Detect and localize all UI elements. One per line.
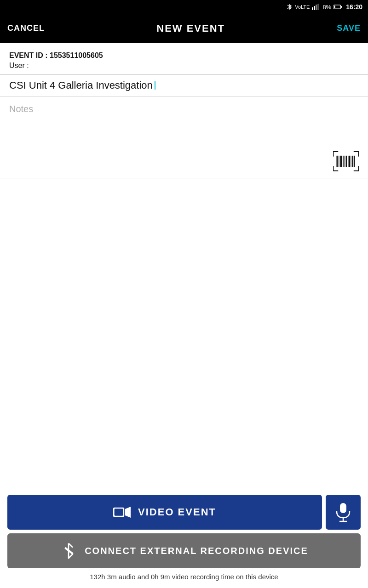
svg-rect-8 bbox=[339, 156, 339, 167]
save-button[interactable]: SAVE bbox=[337, 23, 361, 33]
svg-rect-15 bbox=[351, 156, 351, 167]
svg-rect-2 bbox=[316, 5, 317, 10]
connect-external-button[interactable]: CONNECT EXTERNAL RECORDING DEVICE bbox=[7, 533, 361, 568]
nav-bar: CANCEL NEW EVENT SAVE bbox=[0, 14, 368, 43]
svg-rect-21 bbox=[340, 503, 346, 513]
svg-rect-9 bbox=[340, 156, 342, 167]
microphone-button[interactable] bbox=[326, 495, 361, 530]
event-id-number: 1553511005605 bbox=[50, 51, 103, 59]
status-bar: VoLTE 8% 16:20 bbox=[0, 0, 368, 14]
svg-rect-13 bbox=[348, 156, 348, 167]
camera-icon bbox=[113, 506, 131, 519]
storage-info: 132h 3m audio and 0h 9m video recording … bbox=[7, 571, 361, 584]
svg-line-24 bbox=[69, 543, 73, 548]
video-row: VIDEO EVENT bbox=[7, 495, 361, 530]
notes-placeholder: Notes bbox=[9, 104, 359, 114]
bluetooth-connect-icon bbox=[62, 543, 75, 559]
bottom-actions: VIDEO EVENT CONNECT EXTERNAL RECORDING D… bbox=[0, 495, 368, 588]
signal-icon bbox=[312, 4, 320, 10]
svg-rect-12 bbox=[346, 156, 347, 167]
svg-rect-11 bbox=[345, 156, 345, 167]
video-event-label: VIDEO EVENT bbox=[138, 506, 216, 518]
bluetooth-icon bbox=[286, 3, 293, 11]
svg-rect-16 bbox=[352, 156, 353, 167]
svg-rect-14 bbox=[349, 156, 350, 167]
event-id-line: EVENT ID : 1553511005605 bbox=[9, 51, 359, 60]
event-id-label: EVENT ID : bbox=[9, 51, 48, 59]
status-icons: VoLTE 8% 16:20 bbox=[286, 3, 362, 11]
title-input-wrapper[interactable]: CSI Unit 4 Galleria Investigation bbox=[0, 75, 368, 96]
svg-rect-1 bbox=[314, 6, 315, 10]
svg-rect-10 bbox=[343, 156, 344, 167]
connect-label: CONNECT EXTERNAL RECORDING DEVICE bbox=[85, 546, 308, 556]
battery-icon bbox=[334, 4, 342, 10]
svg-rect-3 bbox=[317, 4, 319, 10]
video-event-button[interactable]: VIDEO EVENT bbox=[7, 495, 322, 530]
text-cursor bbox=[153, 81, 155, 90]
title-text: CSI Unit 4 Galleria Investigation bbox=[9, 79, 153, 91]
microphone-icon bbox=[335, 502, 351, 522]
content-spacer bbox=[0, 179, 368, 495]
barcode-scan-icon[interactable] bbox=[333, 151, 359, 171]
title-display[interactable]: CSI Unit 4 Galleria Investigation bbox=[9, 79, 359, 91]
clock: 16:20 bbox=[346, 3, 362, 11]
svg-rect-5 bbox=[341, 6, 342, 8]
notes-section[interactable]: Notes bbox=[0, 96, 368, 179]
lte-label: VoLTE bbox=[295, 4, 310, 10]
bluetooth-icon-wrap bbox=[60, 542, 77, 560]
svg-rect-7 bbox=[336, 156, 338, 167]
svg-rect-20 bbox=[115, 509, 123, 516]
cancel-button[interactable]: CANCEL bbox=[7, 23, 45, 33]
svg-rect-6 bbox=[334, 6, 335, 8]
page-title: NEW EVENT bbox=[156, 23, 225, 34]
battery-label: 8% bbox=[322, 4, 331, 11]
svg-rect-0 bbox=[312, 7, 313, 10]
event-info-section: EVENT ID : 1553511005605 User : bbox=[0, 43, 368, 75]
svg-rect-17 bbox=[354, 156, 355, 167]
user-line: User : bbox=[9, 62, 359, 70]
svg-marker-19 bbox=[125, 507, 131, 518]
